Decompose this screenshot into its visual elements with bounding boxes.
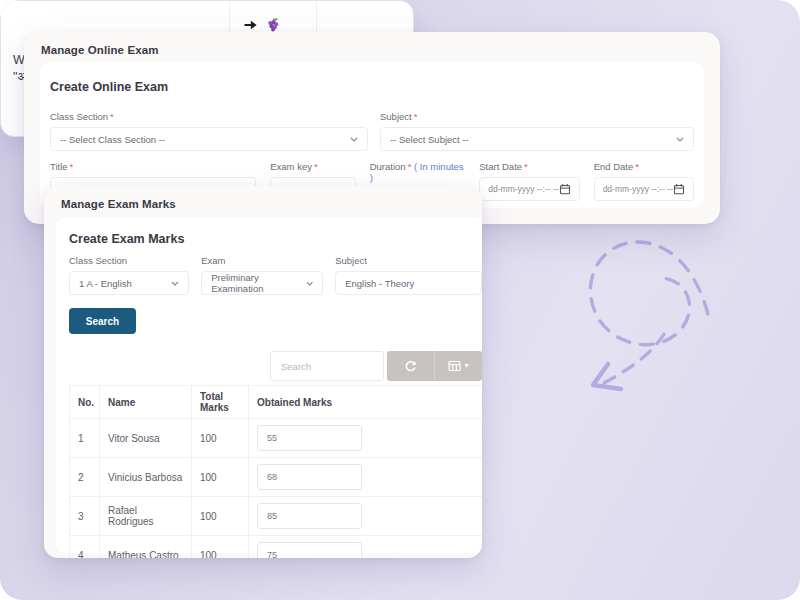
- cell-no: 2: [70, 458, 100, 497]
- cell-no: 4: [70, 536, 100, 559]
- chevron-down-icon: [171, 281, 179, 286]
- duration-label: Duration* ( In minutes ): [370, 161, 466, 183]
- end-date-value: dd-mm-yyyy --:-- --: [603, 184, 673, 194]
- obtained-marks-input[interactable]: [257, 464, 362, 490]
- table-toolbar: ▾: [387, 351, 482, 381]
- start-date-input[interactable]: dd-mm-yyyy --:-- --: [479, 177, 579, 201]
- cell-name: Vitor Sousa: [100, 419, 192, 458]
- refresh-icon: [404, 360, 417, 373]
- marks-subject-label: Subject: [335, 255, 482, 266]
- grapes-icon: [265, 17, 281, 33]
- cell-obtained: [249, 497, 483, 536]
- table-row: 1 Vitor Sousa 100: [70, 419, 483, 458]
- marks-class-section-label: Class Section: [69, 255, 189, 266]
- col-header-no: No.: [70, 386, 100, 419]
- cell-name: Vinicius Barbosa: [100, 458, 192, 497]
- marks-exam-value: Preliminary Examination: [211, 272, 306, 294]
- arrow-right-icon: [244, 20, 257, 30]
- marks-table-body: 1 Vitor Sousa 100 2 Vinicius Barbosa 100…: [70, 419, 483, 559]
- end-date-input[interactable]: dd-mm-yyyy --:-- --: [594, 177, 694, 201]
- start-date-label: Start Date*: [479, 161, 579, 172]
- cell-no: 1: [70, 419, 100, 458]
- chevron-down-icon: [306, 281, 313, 286]
- class-section-label: Class Section*: [50, 111, 368, 122]
- end-date-label: End Date*: [594, 161, 694, 172]
- calendar-icon: [673, 183, 685, 195]
- cell-obtained: [249, 536, 483, 559]
- columns-icon: [448, 360, 461, 372]
- table-row: 4 Matheus Castro 100: [70, 536, 483, 559]
- marks-class-section-value: 1 A - English: [79, 278, 132, 289]
- dashed-arrow-decoration: [548, 228, 748, 393]
- search-button[interactable]: Search: [69, 308, 136, 334]
- marks-table: No. Name Total Marks Obtained Marks 1 Vi…: [69, 385, 482, 558]
- obtained-marks-input[interactable]: [257, 542, 362, 558]
- cell-no: 3: [70, 497, 100, 536]
- exam-key-label: Exam key*: [270, 161, 356, 172]
- col-header-total: Total Marks: [192, 386, 249, 419]
- table-row: 3 Rafael Rodrigues 100: [70, 497, 483, 536]
- class-section-select[interactable]: -- Select Class Section --: [50, 127, 368, 151]
- create-online-exam-heading: Create Online Exam: [50, 80, 694, 94]
- online-exam-card-title: Manage Online Exam: [24, 32, 720, 56]
- cell-total: 100: [192, 497, 249, 536]
- cell-obtained: [249, 419, 483, 458]
- chevron-down-icon: [350, 137, 358, 142]
- cell-obtained: [249, 458, 483, 497]
- marks-exam-select[interactable]: Preliminary Examination: [201, 271, 323, 295]
- calendar-icon: [559, 183, 571, 195]
- option-row: [244, 17, 316, 33]
- columns-button[interactable]: ▾: [434, 351, 482, 381]
- create-exam-marks-heading: Create Exam Marks: [69, 232, 482, 246]
- create-exam-marks-panel: Create Exam Marks Class Section 1 A - En…: [56, 217, 482, 553]
- exam-marks-card-title: Manage Exam Marks: [44, 186, 482, 210]
- obtained-marks-input[interactable]: [257, 425, 362, 451]
- col-header-obtained: Obtained Marks: [249, 386, 483, 419]
- table-row: 2 Vinicius Barbosa 100: [70, 458, 483, 497]
- chevron-down-icon: [676, 137, 684, 142]
- start-date-value: dd-mm-yyyy --:-- --: [488, 184, 558, 194]
- cell-total: 100: [192, 419, 249, 458]
- subject-select[interactable]: -- Select Subject --: [380, 127, 694, 151]
- subject-select-value: -- Select Subject --: [390, 134, 469, 145]
- class-section-select-value: -- Select Class Section --: [60, 134, 165, 145]
- cell-total: 100: [192, 536, 249, 559]
- col-header-name: Name: [100, 386, 192, 419]
- subject-label: Subject*: [380, 111, 694, 122]
- table-search-input[interactable]: [270, 351, 384, 381]
- exam-marks-card: Manage Exam Marks Create Exam Marks Clas…: [44, 186, 482, 558]
- marks-exam-label: Exam: [201, 255, 323, 266]
- title-label: Title*: [50, 161, 256, 172]
- page-background: Manage Online Exam Create Online Exam Cl…: [0, 0, 800, 600]
- refresh-button[interactable]: [387, 351, 434, 381]
- marks-class-section-select[interactable]: 1 A - English: [69, 271, 189, 295]
- marks-subject-select[interactable]: English - Theory: [335, 271, 482, 295]
- cell-name: Matheus Castro: [100, 536, 192, 559]
- marks-subject-value: English - Theory: [345, 278, 414, 289]
- cell-total: 100: [192, 458, 249, 497]
- obtained-marks-input[interactable]: [257, 503, 362, 529]
- caret-down-icon: ▾: [464, 362, 468, 370]
- cell-name: Rafael Rodrigues: [100, 497, 192, 536]
